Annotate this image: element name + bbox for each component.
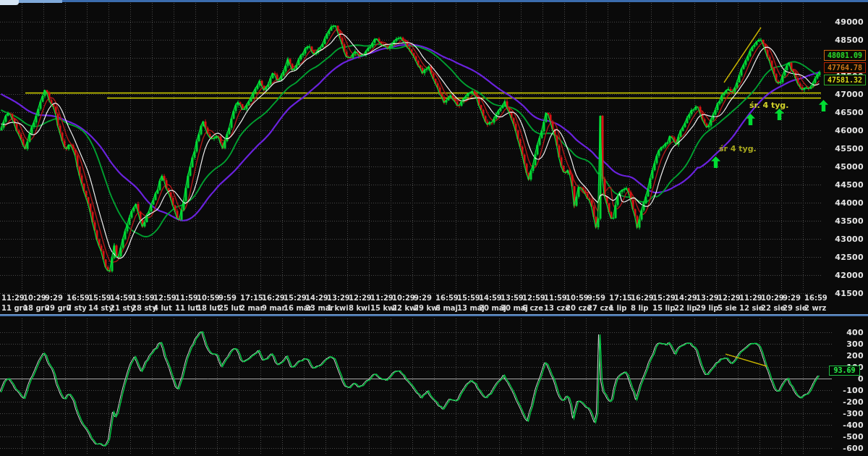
- price-axis-label: 42000: [822, 271, 864, 280]
- oscillator-axis-label: 200: [822, 351, 864, 360]
- oscillator-axis-label: -300: [822, 409, 864, 418]
- price-axis-label: 43500: [822, 216, 864, 226]
- time-label: 16:59: [67, 294, 90, 302]
- time-label: 13:59: [501, 294, 524, 302]
- time-label: 10:29: [23, 294, 46, 302]
- price-axis-label: 45000: [822, 162, 864, 172]
- time-label: 14:59: [479, 294, 502, 302]
- time-label: 12:29: [718, 294, 741, 302]
- oscillator-axis-label: -600: [822, 444, 864, 453]
- window-top-border: [0, 0, 868, 2]
- ma-annotation-4week: śr. 4 tyg.: [749, 101, 788, 110]
- price-chart-canvas[interactable]: [0, 0, 868, 456]
- price-axis-label: 42500: [822, 253, 864, 262]
- price-axis-label: 45500: [822, 144, 864, 153]
- time-label: 14:59: [110, 294, 133, 302]
- panel-separator[interactable]: [0, 314, 868, 316]
- price-axis-label: 48500: [822, 35, 864, 45]
- date-label: 6 maj: [435, 304, 458, 312]
- date-label: 5 sie: [718, 304, 737, 312]
- time-label: 15:29: [284, 294, 307, 302]
- time-label: 11:29: [1, 294, 25, 302]
- date-label: 29 lip: [696, 304, 718, 312]
- time-label: 15:29: [652, 294, 676, 302]
- price-axis-label: 44000: [822, 198, 864, 208]
- time-label: 10:29: [392, 294, 415, 302]
- date-label: 29 sie: [783, 304, 807, 312]
- date-label: 1 kwi: [327, 304, 349, 312]
- price-tag-upper-band: 48081.09: [824, 50, 866, 61]
- price-axis-label: 44500: [822, 180, 864, 190]
- time-label: 13:29: [696, 294, 719, 302]
- price-axis-label: 46000: [822, 126, 864, 135]
- date-label: 7 sty: [67, 304, 87, 312]
- date-label: 18 lut: [197, 304, 221, 312]
- trading-chart-window: 4900048500480004750047000465004600045500…: [0, 0, 868, 456]
- time-label: 16:59: [435, 294, 459, 302]
- oscillator-axis-label: 300: [822, 339, 864, 349]
- oscillator-value-tag: 93.69: [829, 366, 860, 376]
- time-label: 17:15: [240, 294, 263, 302]
- time-label: 14:29: [305, 294, 328, 302]
- date-label: 15 lip: [652, 304, 675, 312]
- time-label: 9:59: [218, 294, 237, 302]
- time-label: 16:29: [631, 294, 654, 302]
- date-label: 22 sie: [761, 304, 786, 312]
- date-label: 2 wrz: [804, 304, 826, 312]
- date-label: 6 cze: [522, 304, 543, 312]
- date-label: 4 lut: [153, 304, 172, 312]
- time-label: 13:29: [327, 294, 350, 302]
- time-label: 9:29: [414, 294, 432, 302]
- oscillator-axis-label: -500: [822, 432, 864, 442]
- price-axis-label: 49000: [822, 17, 864, 27]
- price-axis-label: 43000: [822, 235, 864, 244]
- date-label: 9 mar: [262, 304, 286, 312]
- time-label: 16:59: [804, 294, 827, 302]
- time-label: 9:29: [45, 294, 63, 302]
- time-label: 10:59: [566, 294, 589, 302]
- price-axis-label: 41500: [822, 289, 864, 298]
- price-tag-last-price: 47764.78: [824, 62, 866, 73]
- time-label: 11:59: [175, 294, 198, 302]
- price-axis-label: 46500: [822, 108, 864, 117]
- time-label: 11:29: [739, 294, 762, 302]
- date-label: 8 kwi: [349, 304, 370, 312]
- window-corner-fragment: [0, 0, 19, 5]
- oscillator-axis-label: -100: [822, 386, 864, 395]
- time-label: 15:59: [88, 294, 111, 302]
- price-axis-label: 47000: [822, 90, 864, 99]
- date-label: 25 lut: [218, 304, 242, 312]
- date-label: 2 mar: [240, 304, 264, 312]
- oscillator-axis-label: -400: [822, 421, 864, 430]
- time-label: 12:29: [349, 294, 372, 302]
- time-label: 16:29: [262, 294, 285, 302]
- time-label: 17:15: [609, 294, 632, 302]
- time-label: 12:59: [522, 294, 545, 302]
- date-label: 12 sie: [739, 304, 764, 312]
- date-label: 1 lip: [609, 304, 626, 312]
- time-label: 12:59: [153, 294, 176, 302]
- time-label: 9:59: [587, 294, 605, 302]
- date-label: 22 lip: [674, 304, 697, 312]
- oscillator-axis-label: -200: [822, 397, 864, 407]
- time-label: 11:29: [370, 294, 393, 302]
- time-label: 10:59: [197, 294, 220, 302]
- time-label: 10:29: [761, 294, 784, 302]
- time-label: 9:29: [783, 294, 801, 302]
- time-label: 14:29: [674, 294, 697, 302]
- price-tag-lower-band: 47581.32: [824, 75, 866, 85]
- time-label: 13:59: [132, 294, 155, 302]
- time-label: 11:59: [544, 294, 567, 302]
- oscillator-axis-label: 400: [822, 328, 864, 337]
- date-label: 11 lut: [175, 304, 199, 312]
- ma-annotation-4week-lower: śr 4 tyg.: [719, 144, 757, 153]
- date-label: 8 lip: [631, 304, 648, 312]
- time-label: 15:59: [457, 294, 480, 302]
